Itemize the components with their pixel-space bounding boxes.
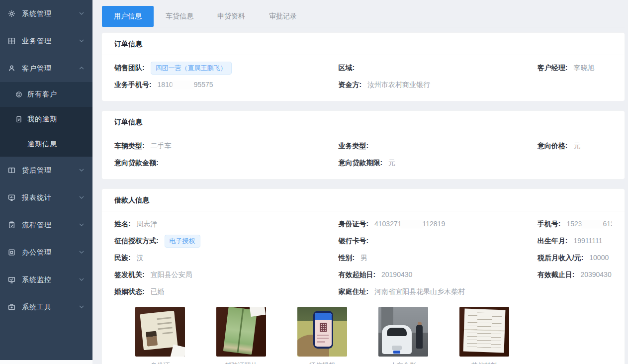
sidebar-item-system-tools[interactable]: 系统工具 [0,293,92,321]
sidebar-item-report-stats[interactable]: 报表统计 [0,184,92,211]
field-label: 税后月收入/元: [538,254,584,262]
field-row: 婚姻状态: 已婚 家庭住址: 河南省宜阳县花果山乡木柴村 [114,283,612,300]
field-birth-date: 出生年月: 19911111 [538,237,612,246]
sidebar-item-process-mgmt[interactable]: 流程管理 [0,211,92,239]
chevron-down-icon [79,167,85,175]
field-bank-card-number: 银行卡号: [338,237,537,246]
sidebar-item-label: 客户管理 [22,64,52,73]
chevron-down-icon [79,276,85,284]
field-value: 周志洋 [137,220,158,228]
field-valid-until: 有效截止日: 20390430 [538,271,612,279]
sidebar-item-postloan-mgmt[interactable]: 贷后管理 [0,157,92,184]
field-sales-team: 销售团队: 四团一营（直属王鹏飞） [114,62,338,75]
field-vehicle-type: 车辆类型: 二手车 [114,142,338,151]
borrower-info-card: 借款人信息 姓名: 周志洋 身份证号: 4103271112819 手机号: 1… [102,189,625,364]
sidebar-subitem-all-customers[interactable]: 所有客户 [0,82,92,107]
field-row: 销售团队: 四团一营（直属王鹏飞） 区域: 客户经理: 李晓旭 [114,60,612,77]
sidebar-item-label: 系统管理 [22,9,52,18]
field-label: 有效截止日: [538,271,575,278]
order-info-card-1: 订单信息 销售团队: 四团一营（直属王鹏飞） 区域: 客户经理: 李晓旭 业务手 [102,33,625,101]
field-funding-party: 资金方: 汝州市农村商业银行 [338,81,537,90]
field-label: 意向价格: [538,142,568,150]
field-mobile-number: 手机号: 15236137 [538,220,612,229]
tab-user-info[interactable]: 用户信息 [102,6,154,27]
tab-car-loan-info[interactable]: 车贷信息 [154,6,205,27]
field-label: 资金方: [338,81,361,89]
card-title: 订单信息 [102,33,625,55]
main-content: 用户信息 车贷信息 申贷资料 审批记录 订单信息 销售团队: 四团一营（直属王鹏… [92,0,628,364]
green-booklet-photo[interactable] [216,307,266,357]
field-label: 业务类型: [338,142,368,150]
phone-qr-photo[interactable] [297,307,347,357]
handwritten-doc-photo[interactable] [459,307,509,357]
detail-tabs: 用户信息 车贷信息 申贷资料 审批记录 [102,6,625,27]
value-suffix: 6137 [603,220,612,228]
photo-caption: 征信授权 [297,361,347,364]
field-value: 20390430 [580,271,611,278]
tab-loan-application-docs[interactable]: 申贷资料 [205,6,257,27]
paper-graphic [463,309,506,353]
tab-approval-records[interactable]: 审批记录 [257,6,309,27]
sidebar-item-system-mgmt[interactable]: 系统管理 [0,0,92,27]
censored-patch [582,220,603,228]
car-person-photo[interactable] [378,307,428,357]
field-row: 签发机关: 宜阳县公安局 有效起始日: 20190430 有效截止日: 2039… [114,267,612,283]
field-value: 汉 [137,254,144,262]
field-credit-auth-method: 征信授权方式: 电子授权 [114,235,338,248]
sidebar-item-office-mgmt[interactable]: 办公管理 [0,239,92,266]
censored-patch [402,220,423,228]
field-label: 签发机关: [114,271,145,278]
field-marital-status: 婚姻状态: 已婚 [114,287,338,296]
field-value: 181095575 [158,81,213,89]
sidebar-item-label: 业务管理 [22,37,52,46]
id-card-photo[interactable] [135,307,185,357]
field-value: 汝州市农村商业银行 [367,81,430,89]
card-body: 姓名: 周志洋 身份证号: 4103271112819 手机号: 1523613… [102,211,625,364]
censored-patch [173,81,194,89]
sidebar-item-customer-mgmt[interactable]: 客户管理 [0,55,92,82]
sidebar-item-system-monitor[interactable]: 系统监控 [0,266,92,293]
value-suffix: 95575 [194,81,213,89]
field-gender: 性别: 男 [338,254,537,263]
grid-icon [7,37,15,45]
photo-caption: 驾驶证照片 [216,361,266,364]
field-label: 车辆类型: [114,142,145,150]
field-value: 河南省宜阳县花果山乡木柴村 [374,287,465,295]
field-label: 银行卡号: [338,237,368,245]
uploaded-photos: 身份证 驾驶证照片 征信授权 [114,307,612,364]
field-valid-from: 有效起始日: 20190430 [338,271,537,279]
qr-code-graphic [320,323,327,332]
sidebar-item-label: 报表统计 [22,193,52,202]
field-label: 婚姻状态: [114,287,145,295]
sidebar-subitem-overdue-info[interactable]: 逾期信息 [0,132,92,157]
field-label: 身份证号: [338,220,368,228]
field-account-manager: 客户经理: 李晓旭 [538,64,612,73]
clients-icon [15,91,22,98]
monitor-icon [7,194,15,202]
sidebar: 系统管理 业务管理 客户管理 所有客户 我的逾期 逾期信息 贷后管理 报表统计 [0,0,92,360]
field-label: 有效起始日: [338,271,375,278]
field-row: 车辆类型: 二手车 业务类型: 意向价格: 元 [114,138,612,155]
workflow-icon [7,221,15,229]
chevron-down-icon [79,10,85,18]
sidebar-subitem-label: 逾期信息 [27,140,57,149]
chevron-down-icon [79,303,85,311]
field-value: 10000 [589,254,609,262]
field-label: 民族: [114,254,131,262]
scrollbar-track [0,360,92,364]
field-label: 姓名: [114,220,131,228]
field-value: 宜阳县公安局 [151,271,192,278]
field-id-number: 身份证号: 4103271112819 [338,220,537,229]
field-value: 男 [360,254,367,262]
field-value: 已婚 [151,287,165,295]
field-label: 区域: [338,64,355,72]
sidebar-subitem-my-overdue[interactable]: 我的逾期 [0,107,92,132]
id-card-graphic [140,311,178,351]
sales-team-tag[interactable]: 四团一营（直属王鹏飞） [151,62,232,75]
chevron-down-icon [79,194,85,202]
field-row: 姓名: 周志洋 身份证号: 4103271112819 手机号: 1523613… [114,216,612,233]
field-label: 意向贷款金额: [114,159,159,167]
sidebar-item-business-mgmt[interactable]: 业务管理 [0,27,92,55]
order-info-card-2: 订单信息 车辆类型: 二手车 业务类型: 意向价格: 元 意向贷款金额: [102,111,625,179]
field-value: 19911111 [573,237,602,245]
